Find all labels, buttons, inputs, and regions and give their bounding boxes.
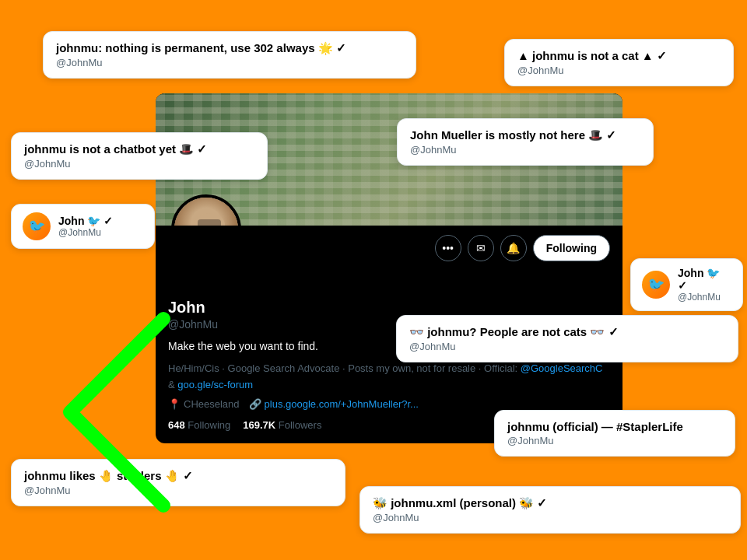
tweet-card-official[interactable]: johnmu (official) — #StaplerLife @JohnMu [494,410,735,457]
small-handle-right: @JohnMu [678,292,731,303]
following-button[interactable]: Following [533,235,610,261]
tweet-card-mid-left[interactable]: johnmu is not a chatbot yet 🎩 ✓ @JohnMu [11,132,268,180]
tweet-title: 🐝 johnmu.xml (personal) 🐝 ✓ [373,496,728,510]
followers-stat[interactable]: 169.7K Followers [243,419,321,431]
tweet-title: John Mueller is mostly not here 🎩 ✓ [410,128,640,142]
tweet-title: 👓 johnmu? People are not cats 👓 ✓ [409,325,725,339]
tweet-title: johnmu: nothing is permanent, use 302 al… [56,41,403,55]
more-options-button[interactable]: ••• [435,235,461,261]
google-search-link[interactable]: @GoogleSearchC [521,362,603,374]
small-profile-info-left: John 🐦 ✓ @JohnMu [58,215,113,238]
profile-meta: He/Him/Cis · Google Search Advocate · Po… [168,361,610,394]
website-item: 🔗 plus.google.com/+JohnMueller?r... [249,398,419,410]
tweet-handle: @JohnMu [24,158,254,170]
profile-location-row: 📍 CHeeseland 🔗 plus.google.com/+JohnMuel… [168,398,610,410]
tweet-title: ▲ johnmu is not a cat ▲ ✓ [517,49,721,63]
small-name-left: John 🐦 ✓ [58,215,113,227]
green-arrow [23,303,195,524]
profile-avatar [171,194,241,226]
profile-name: John [168,299,610,317]
tweet-handle: @JohnMu [507,435,722,446]
tweet-card-xml[interactable]: 🐝 johnmu.xml (personal) 🐝 ✓ @JohnMu [359,486,741,534]
small-avatar-right: 🐦 [642,271,670,299]
small-name-right: John 🐦 ✓ [678,267,731,292]
link-icon: 🔗 [249,398,261,410]
tweet-card-people-cats[interactable]: 👓 johnmu? People are not cats 👓 ✓ @JohnM… [396,315,738,362]
tweet-card-top-left[interactable]: johnmu: nothing is permanent, use 302 al… [43,31,416,79]
tweet-handle: @JohnMu [373,512,728,523]
small-profile-card-left[interactable]: 🐦 John 🐦 ✓ @JohnMu [11,204,155,249]
tweet-handle: @JohnMu [409,341,725,352]
tweet-handle: @JohnMu [410,144,640,156]
small-handle-left: @JohnMu [58,227,113,238]
tweet-handle: @JohnMu [517,65,721,76]
tweet-card-top-right[interactable]: ▲ johnmu is not a cat ▲ ✓ @JohnMu [504,39,734,86]
message-button[interactable]: ✉ [468,235,494,261]
tweet-card-mid-right[interactable]: John Mueller is mostly not here 🎩 ✓ @Joh… [397,118,654,166]
small-profile-card-right[interactable]: 🐦 John 🐦 ✓ @JohnMu [630,258,743,311]
small-profile-info-right: John 🐦 ✓ @JohnMu [678,267,731,303]
avatar-image [174,198,238,226]
profile-actions: ••• ✉ 🔔 Following [156,226,622,268]
tweet-title: johnmu (official) — #StaplerLife [507,420,722,433]
tweet-handle: @JohnMu [56,57,403,68]
small-avatar-left: 🐦 [23,212,51,240]
notify-button[interactable]: 🔔 [500,235,527,261]
tweet-title: johnmu is not a chatbot yet 🎩 ✓ [24,142,254,156]
